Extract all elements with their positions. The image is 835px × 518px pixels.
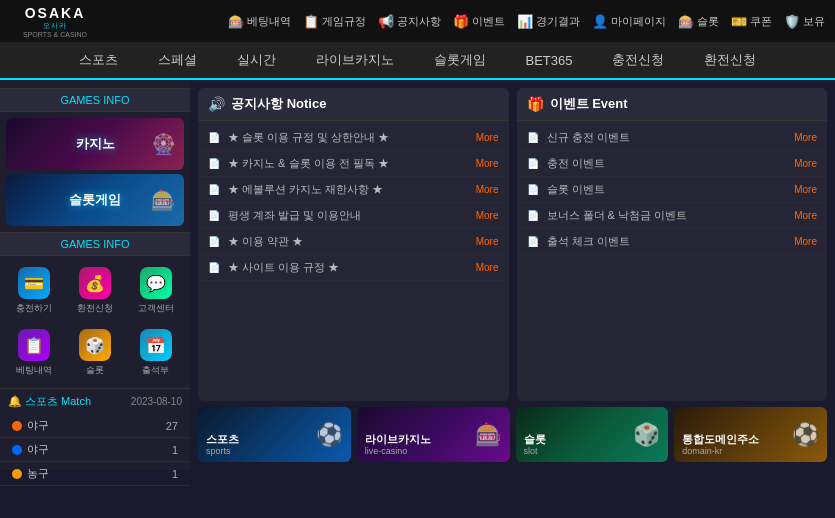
topnav-notice[interactable]: 📢공지사항	[378, 14, 441, 29]
topnav-results[interactable]: 📊경기결과	[517, 14, 580, 29]
soccer-sport: 야구	[12, 418, 49, 433]
betting-label: 베팅내역	[16, 364, 52, 377]
sports-banner-subtitle: sports	[206, 446, 231, 456]
doc-icon-6: 📄	[208, 262, 220, 273]
charge-icon: 💳	[18, 267, 50, 299]
top-navigation: OSAKA 오사카 SPORTS & CASINO 🎰베팅내역 📋게임규정 📢공…	[0, 0, 835, 42]
attendance-icon: 📅	[140, 329, 172, 361]
rules-icon: 📋	[303, 14, 319, 29]
notice-item-5[interactable]: 📄 ★ 이용 약관 ★ More	[198, 229, 509, 255]
sidebar-slot-card[interactable]: 슬롯게임 🎰	[6, 174, 184, 226]
betting-icon: 🎰	[228, 14, 244, 29]
topnav-betting[interactable]: 🎰베팅내역	[228, 14, 291, 29]
mainnav-live[interactable]: 실시간	[232, 51, 281, 69]
slot-decoration-icon: 🎰	[151, 188, 176, 212]
mainnav-withdraw[interactable]: 환전신청	[699, 51, 761, 69]
logo[interactable]: OSAKA 오사카 SPORTS & CASINO	[10, 5, 100, 38]
sports-match-header: 🔔 스포츠 Match 2023-08-10	[0, 388, 190, 414]
event-item-1[interactable]: 📄 신규 충전 이벤트 More	[517, 125, 828, 151]
doc-icon-3: 📄	[208, 184, 220, 195]
action-charge[interactable]: 💳 충전하기	[6, 262, 63, 320]
topnav-event[interactable]: 🎁이벤트	[453, 14, 505, 29]
notice-more-3[interactable]: More	[476, 184, 499, 195]
action-apply[interactable]: 💰 환전신청	[67, 262, 124, 320]
event-doc-icon-5: 📄	[527, 236, 539, 247]
notice-more-5[interactable]: More	[476, 236, 499, 247]
notice-item-6[interactable]: 📄 ★ 사이트 이용 규정 ★ More	[198, 255, 509, 281]
notice-more-1[interactable]: More	[476, 132, 499, 143]
topnav-event-label: 이벤트	[472, 14, 505, 29]
action-attendance[interactable]: 📅 출석부	[127, 324, 184, 382]
customer-icon: 💬	[140, 267, 172, 299]
event-text-4: 보너스 폴더 & 낙첨금 이벤트	[547, 208, 787, 223]
event-more-2[interactable]: More	[794, 158, 817, 169]
banner-sports[interactable]: ⚽ 스포츠 sports	[198, 407, 351, 462]
notice-item-4[interactable]: 📄 평생 계좌 발급 및 이용안내 More	[198, 203, 509, 229]
topnav-rules[interactable]: 📋게임규정	[303, 14, 366, 29]
banner-mini[interactable]: ⚽ 통합도메인주소 domain-kr	[674, 407, 827, 462]
event-more-3[interactable]: More	[794, 184, 817, 195]
action-betting[interactable]: 📋 베팅내역	[6, 324, 63, 382]
notice-more-6[interactable]: More	[476, 262, 499, 273]
event-panel: 🎁 이벤트 Event 📄 신규 충전 이벤트 More 📄 충전 이벤트 Mo	[517, 88, 828, 401]
notice-panel-title: 공지사항 Notice	[231, 95, 326, 113]
notice-text-6: ★ 사이트 이용 규정 ★	[228, 260, 468, 275]
sidebar-casino-card[interactable]: 카지노 🎡	[6, 118, 184, 170]
topnav-mypage-label: 마이페이지	[611, 14, 666, 29]
baseball-count: 1	[172, 444, 178, 456]
topnav-slot[interactable]: 🎰슬롯	[678, 14, 719, 29]
mainnav-bet365[interactable]: BET365	[521, 53, 578, 68]
notice-more-2[interactable]: More	[476, 158, 499, 169]
mainnav-deposit[interactable]: 충전신청	[607, 51, 669, 69]
event-more-1[interactable]: More	[794, 132, 817, 143]
mainnav-sports[interactable]: 스포츠	[74, 51, 123, 69]
topnav-coupon-label: 쿠폰	[750, 14, 772, 29]
mainnav-special[interactable]: 스페셜	[153, 51, 202, 69]
topnav-coupon[interactable]: 🎫쿠폰	[731, 14, 772, 29]
event-doc-icon-2: 📄	[527, 158, 539, 169]
event-item-5[interactable]: 📄 출석 체크 이벤트 More	[517, 229, 828, 255]
main-content: 🔊 공지사항 Notice 📄 ★ 슬롯 이용 규정 및 상한안내 ★ More…	[190, 80, 835, 470]
casino-label: 카지노	[76, 135, 115, 153]
live-banner-title: 라이브카지노	[365, 433, 431, 446]
banner-live[interactable]: 🎰 라이브카지노 live-casino	[357, 407, 510, 462]
notice-ko: 공지사항	[231, 96, 287, 111]
mainnav-livecasino[interactable]: 라이브카지노	[311, 51, 399, 69]
customer-label: 고객센터	[138, 302, 174, 315]
event-item-2[interactable]: 📄 충전 이벤트 More	[517, 151, 828, 177]
coupon-icon: 🎫	[731, 14, 747, 29]
event-text-1: 신규 충전 이벤트	[547, 130, 787, 145]
event-more-5[interactable]: More	[794, 236, 817, 247]
sports-match-title: 🔔 스포츠 Match	[8, 394, 91, 409]
action-slot[interactable]: 🎲 슬롯	[67, 324, 124, 382]
topnav-rules-label: 게임규정	[322, 14, 366, 29]
topnav-mypage[interactable]: 👤마이페이지	[592, 14, 666, 29]
sports-banner-title: 스포츠	[206, 433, 239, 446]
topnav-protection[interactable]: 🛡️보유	[784, 14, 825, 29]
notice-item-3[interactable]: 📄 ★ 에볼루션 카지노 재한사항 ★ More	[198, 177, 509, 203]
event-text-2: 충전 이벤트	[547, 156, 787, 171]
event-more-4[interactable]: More	[794, 210, 817, 221]
soccer-count: 27	[166, 420, 178, 432]
baseball-label: 야구	[27, 442, 49, 457]
slot-banner-icon: 🎲	[633, 422, 660, 448]
banner-slot[interactable]: 🎲 슬롯 slot	[516, 407, 669, 462]
notice-text-2: ★ 카지노 & 슬롯 이용 전 필독 ★	[228, 156, 468, 171]
notice-item-2[interactable]: 📄 ★ 카지노 & 슬롯 이용 전 필독 ★ More	[198, 151, 509, 177]
logo-name: OSAKA	[25, 5, 86, 21]
mainnav-slotgame[interactable]: 슬롯게임	[429, 51, 491, 69]
action-customer[interactable]: 💬 고객센터	[127, 262, 184, 320]
live-banner-subtitle: live-casino	[365, 446, 408, 456]
event-doc-icon-3: 📄	[527, 184, 539, 195]
topnav-results-label: 경기결과	[536, 14, 580, 29]
event-item-3[interactable]: 📄 슬롯 이벤트 More	[517, 177, 828, 203]
protection-icon: 🛡️	[784, 14, 800, 29]
notice-more-4[interactable]: More	[476, 210, 499, 221]
slot-banner-title: 슬롯	[524, 433, 546, 446]
notice-text-4: 평생 계좌 발급 및 이용안내	[228, 208, 468, 223]
notice-item-1[interactable]: 📄 ★ 슬롯 이용 규정 및 상한안내 ★ More	[198, 125, 509, 151]
event-item-4[interactable]: 📄 보너스 폴더 & 낙첨금 이벤트 More	[517, 203, 828, 229]
slot-icon: 🎰	[678, 14, 694, 29]
slot-action-icon: 🎲	[79, 329, 111, 361]
basketball-count: 1	[172, 468, 178, 480]
